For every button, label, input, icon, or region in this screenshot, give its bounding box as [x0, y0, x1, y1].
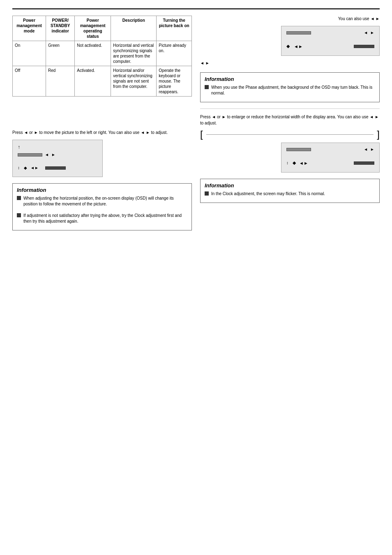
osd-diagram-2: ◄ ► ↕ ◆ ◄► — [281, 143, 380, 173]
info-text-1-1: When adjusting the horizontal position, … — [23, 196, 187, 207]
up-arrow-icon: ↑ — [18, 144, 20, 150]
info-square-2 — [17, 213, 21, 217]
osd-row-3: ↕ ◆ ◄► — [18, 166, 97, 170]
table-cell-0-col3: Not activated. — [75, 41, 111, 66]
table-cell-1-col5: Operate the keyboard or mouse. The pictu… — [157, 66, 192, 97]
page-container: Power management mode POWER/ STANDBY ind… — [0, 0, 392, 555]
arrow-right-icon: ► — [34, 130, 38, 135]
osd2-row-1: ◄ ► — [286, 147, 374, 152]
table-cell-1-col4: Horizontal and/or vertical synchronizing… — [111, 66, 157, 97]
spacer-1 — [12, 105, 192, 129]
osd-right-spacer — [286, 37, 374, 44]
osd-right-row-1: ◄ ► — [286, 30, 374, 35]
osd-diagram-1: ↑ ◄ ► ↕ ◆ ◄► — [12, 140, 103, 177]
osd-right-arrow-left-icon: ◄ — [364, 30, 368, 35]
info-item-1-1: When adjusting the horizontal position, … — [17, 196, 187, 207]
table-header-4: Description — [111, 16, 157, 41]
table-cell-1-col3: Activated. — [75, 66, 111, 97]
diamond-icon: ◆ — [24, 166, 27, 170]
osd2-row-2: ↕ ◆ ◄► — [286, 160, 374, 166]
both-arrows-right-icon: ◄► — [294, 44, 303, 49]
info-title-2: Information — [205, 76, 375, 82]
table-cell-0-col4: Horizontal and vertical synchronizing si… — [111, 41, 157, 66]
osd2-arrow-right-icon: ► — [370, 147, 374, 152]
info-title-1: Information — [17, 187, 187, 193]
osd2-spacer — [286, 154, 374, 160]
osd-bar-filled-1 — [45, 166, 66, 170]
info-square-4 — [205, 191, 209, 196]
info-square-1 — [17, 196, 21, 200]
info-square-3 — [205, 85, 209, 89]
power-table: Power management mode POWER/ STANDBY ind… — [12, 16, 192, 97]
table-header-3: Power management operating status — [75, 16, 111, 41]
info-box-3: Information In the Clock adjustment, the… — [200, 179, 380, 203]
info-text-1-2: If adjustment is not satisfactory after … — [23, 213, 187, 224]
left-section-1: Press ◄ or ► to move the picture to the … — [12, 129, 192, 177]
updown-arrow-icon: ↕ — [18, 166, 20, 170]
osd2-arrow-left-icon: ◄ — [364, 147, 368, 152]
info-box-2: Information When you use the Phase adjus… — [200, 72, 380, 102]
arrows-phase-icon: ◄ ► — [200, 61, 210, 65]
arrow-left-icon: ◄ — [24, 130, 28, 135]
table-header-1: Power management mode — [13, 16, 46, 41]
arrows-clock-icon: ◄ ► — [369, 115, 379, 119]
info-text-2-1: When you use the Phase adjustment, the b… — [211, 85, 375, 96]
bracket-row: [ ] — [200, 129, 380, 139]
both-arrows-icon: ◄► — [30, 166, 39, 170]
arrow-right2-icon: ► — [222, 115, 226, 119]
bracket-left-icon: [ — [200, 129, 203, 139]
section1-text: Press ◄ or ► to move the picture to the … — [12, 129, 192, 136]
table-cell-0-col5: Picture already on. — [157, 41, 192, 66]
bracket-right-icon: ] — [377, 129, 380, 139]
osd-right-row-2: ◆ ◄► — [286, 44, 374, 49]
right-section-text: You can also use ◄ ► — [200, 16, 380, 22]
arrows-right-icon: ◄ ► — [370, 16, 380, 21]
info-item-3-1: In the Clock adjustment, the screen may … — [205, 191, 375, 197]
right-column: You can also use ◄ ► ◄ ► ◆ ◄► — [200, 16, 380, 237]
osd-row-1: ↑ — [18, 144, 97, 150]
info-text-3-1: In the Clock adjustment, the screen may … — [211, 191, 375, 197]
right-section-1: You can also use ◄ ► ◄ ► ◆ ◄► — [200, 16, 380, 66]
info-box-1: Information When adjusting the horizonta… — [12, 183, 192, 230]
osd-arrow-left-icon: ◄ — [45, 152, 49, 157]
arrows-inline-icon: ◄ ► — [141, 130, 150, 135]
table-cell-1-col2: Red — [46, 66, 75, 97]
main-layout: Power management mode POWER/ STANDBY ind… — [12, 16, 380, 237]
section-separator — [200, 108, 380, 109]
table-header-5: Turning the picture back on — [157, 16, 192, 41]
osd-row-2: ◄ ► — [18, 152, 97, 157]
table-cell-0-col2: Green — [46, 41, 75, 66]
osd-spacer — [18, 159, 97, 166]
diamond2-icon: ◆ — [293, 160, 296, 166]
osd-bar-1 — [18, 153, 42, 157]
osd-bar-filled-2 — [354, 161, 374, 165]
right-section2-text: Press ◄ or ► to enlarge or reduce the ho… — [200, 114, 380, 126]
table-cell-1-col1: Off — [13, 66, 46, 97]
table-cell-0-col1: On — [13, 41, 46, 66]
right-arrows-text: ◄ ► — [200, 60, 380, 66]
osd-arrow-right-icon: ► — [51, 152, 55, 157]
osd-bar-right-1 — [286, 31, 311, 35]
osd-bar-filled-right — [354, 45, 374, 48]
osd-bar-2 — [286, 148, 311, 151]
right-section-2: Press ◄ or ► to enlarge or reduce the ho… — [200, 114, 380, 173]
info-item-2-1: When you use the Phase adjustment, the b… — [205, 85, 375, 96]
updown2-icon: ↕ — [286, 161, 288, 165]
diamond-right-icon: ◆ — [286, 44, 290, 49]
left-column: Power management mode POWER/ STANDBY ind… — [12, 16, 192, 237]
info-item-1-2: If adjustment is not satisfactory after … — [17, 213, 187, 224]
table-header-2: POWER/ STANDBY indicator — [46, 16, 75, 41]
both-arrows2-icon: ◄► — [299, 161, 308, 166]
osd-diagram-right-1: ◄ ► ◆ ◄► — [281, 26, 380, 56]
osd-right-arrow-right-icon: ► — [370, 30, 374, 35]
info-title-3: Information — [205, 182, 375, 189]
arrow-left2-icon: ◄ — [212, 115, 216, 119]
top-border — [12, 8, 380, 9]
